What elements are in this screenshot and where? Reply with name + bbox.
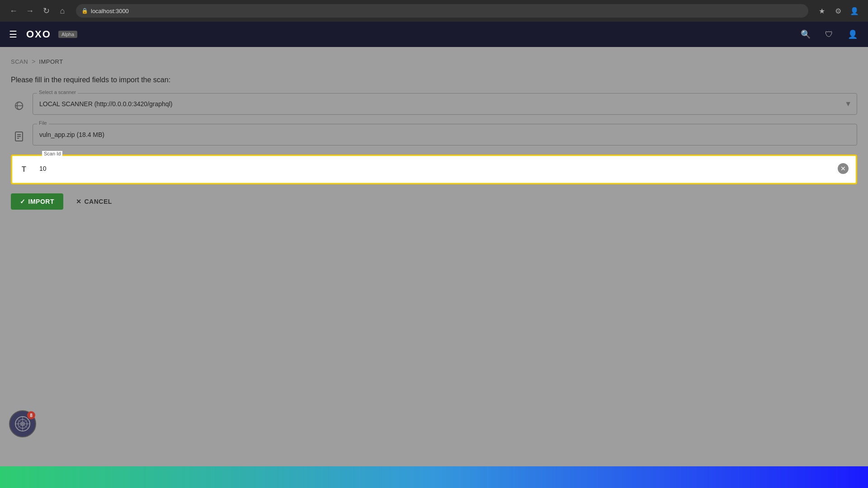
profile-button[interactable]: 👤	[848, 5, 861, 17]
scan-id-wrapper: Scan Id ✕	[38, 159, 852, 178]
scanner-select[interactable]: LOCAL SCANNER (http://0.0.0.0:3420/graph…	[33, 93, 857, 115]
import-checkmark-icon: ✓	[20, 198, 26, 205]
browser-actions: ★ ⚙ 👤	[816, 5, 861, 17]
form-container: Select a scanner LOCAL SCANNER (http://0…	[11, 93, 857, 210]
scanner-field-row: Select a scanner LOCAL SCANNER (http://0…	[11, 93, 857, 118]
refresh-button[interactable]: ↻	[40, 5, 52, 17]
import-button[interactable]: ✓ IMPORT	[11, 193, 63, 210]
file-field-label: File	[37, 120, 49, 126]
browser-chrome: ← → ↻ ⌂ 🔒 localhost:3000 ★ ⚙ 👤	[0, 0, 868, 22]
back-button[interactable]: ←	[7, 5, 20, 17]
scan-id-clear-button[interactable]: ✕	[838, 163, 849, 174]
cancel-button[interactable]: ✕ CANCEL	[69, 193, 119, 210]
breadcrumb-import[interactable]: IMPORT	[39, 58, 63, 65]
search-header-button[interactable]: 🔍	[797, 26, 814, 42]
cancel-x-icon: ✕	[76, 198, 82, 205]
file-field-value: vuln_app.zip (18.4 MB)	[33, 124, 857, 145]
scan-id-label: Scan Id	[42, 151, 62, 156]
hamburger-button[interactable]: ☰	[7, 27, 19, 42]
scanner-field-wrapper: Select a scanner LOCAL SCANNER (http://0…	[33, 93, 857, 115]
file-field-wrapper: File vuln_app.zip (18.4 MB)	[33, 124, 857, 145]
user-header-button[interactable]: 👤	[844, 26, 861, 42]
import-button-label: IMPORT	[28, 198, 54, 205]
scan-id-input[interactable]	[38, 159, 852, 178]
alpha-badge: Alpha	[58, 31, 77, 38]
url-text: localhost:3000	[91, 8, 129, 14]
breadcrumb-scan[interactable]: SCAN	[11, 58, 28, 65]
scan-id-icon: T	[16, 159, 32, 180]
app-header: ☰ OXO Alpha 🔍 🛡 👤	[0, 22, 868, 47]
floating-icon-badge: 8	[27, 411, 35, 419]
bookmark-button[interactable]: ★	[816, 5, 828, 17]
app-logo: OXO	[26, 28, 51, 40]
breadcrumb-separator: >	[32, 58, 35, 65]
scan-id-row: T Scan Id ✕	[11, 155, 857, 184]
button-row: ✓ IMPORT ✕ CANCEL	[11, 193, 857, 210]
breadcrumb: SCAN > IMPORT	[11, 58, 857, 65]
scanner-field-label: Select a scanner	[37, 89, 78, 95]
extensions-button[interactable]: ⚙	[832, 5, 844, 17]
shield-header-button[interactable]: 🛡	[821, 26, 837, 42]
floating-icon[interactable]: 8	[9, 410, 36, 437]
scanner-field-icon	[11, 93, 27, 118]
home-button[interactable]: ⌂	[56, 5, 69, 17]
lock-icon: 🔒	[81, 8, 88, 14]
status-bar	[0, 466, 868, 488]
file-field-icon	[11, 124, 27, 149]
cancel-button-label: CANCEL	[84, 198, 112, 205]
file-field-row: File vuln_app.zip (18.4 MB)	[11, 124, 857, 149]
address-bar[interactable]: 🔒 localhost:3000	[76, 4, 808, 18]
main-content: SCAN > IMPORT Please fill in the require…	[0, 47, 868, 466]
forward-button[interactable]: →	[24, 5, 36, 17]
form-title: Please fill in the required fields to im…	[11, 76, 857, 84]
